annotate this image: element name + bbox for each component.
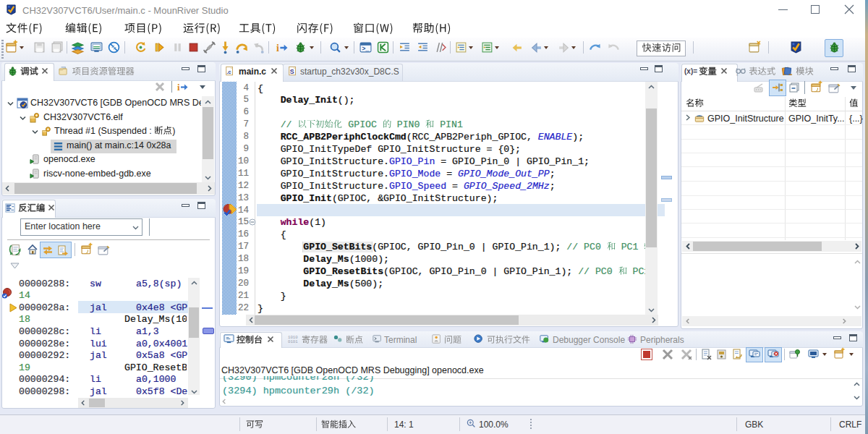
svg-text:>_: >_ — [362, 46, 370, 53]
svg-text:S: S — [290, 68, 294, 75]
svg-text:0101: 0101 — [288, 339, 298, 344]
svg-text:i: i — [276, 43, 279, 54]
svg-text:.c: .c — [226, 69, 231, 75]
svg-text:i: i — [177, 82, 180, 93]
